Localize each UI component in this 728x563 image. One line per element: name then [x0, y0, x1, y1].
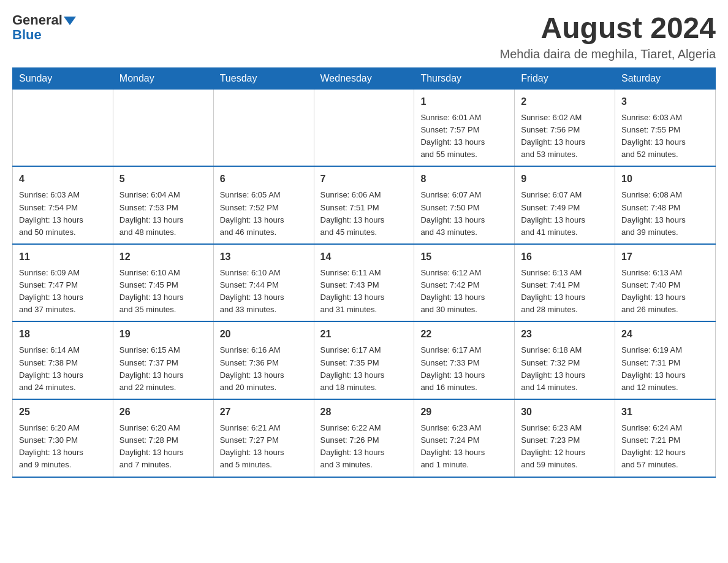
day-info: Sunrise: 6:19 AM Sunset: 7:31 PM Dayligh…: [621, 344, 709, 394]
day-number: 22: [420, 327, 508, 342]
day-info: Sunrise: 6:23 AM Sunset: 7:23 PM Dayligh…: [521, 422, 609, 472]
calendar-cell: 14Sunrise: 6:11 AM Sunset: 7:43 PM Dayli…: [314, 244, 414, 322]
header-right: August 2024 Mehdia daira de meghila, Tia…: [500, 12, 716, 61]
calendar-title: August 2024: [500, 12, 716, 45]
day-info: Sunrise: 6:04 AM Sunset: 7:53 PM Dayligh…: [119, 189, 207, 239]
day-info: Sunrise: 6:01 AM Sunset: 7:57 PM Dayligh…: [420, 112, 508, 161]
calendar-cell: 21Sunrise: 6:17 AM Sunset: 7:35 PM Dayli…: [314, 321, 414, 399]
calendar-cell: 28Sunrise: 6:22 AM Sunset: 7:26 PM Dayli…: [314, 399, 414, 477]
day-info: Sunrise: 6:09 AM Sunset: 7:47 PM Dayligh…: [19, 267, 107, 316]
day-info: Sunrise: 6:18 AM Sunset: 7:32 PM Dayligh…: [521, 344, 609, 394]
calendar-week-3: 11Sunrise: 6:09 AM Sunset: 7:47 PM Dayli…: [13, 244, 716, 322]
day-info: Sunrise: 6:11 AM Sunset: 7:43 PM Dayligh…: [320, 267, 408, 316]
day-info: Sunrise: 6:15 AM Sunset: 7:37 PM Dayligh…: [119, 344, 207, 394]
calendar-cell: 1Sunrise: 6:01 AM Sunset: 7:57 PM Daylig…: [414, 89, 515, 166]
day-number: 30: [521, 405, 609, 419]
day-number: 25: [19, 405, 107, 419]
calendar-cell: 10Sunrise: 6:08 AM Sunset: 7:48 PM Dayli…: [615, 166, 716, 244]
day-info: Sunrise: 6:17 AM Sunset: 7:35 PM Dayligh…: [320, 344, 408, 394]
day-info: Sunrise: 6:10 AM Sunset: 7:44 PM Dayligh…: [220, 267, 308, 316]
day-number: 8: [420, 172, 508, 186]
calendar-week-1: 1Sunrise: 6:01 AM Sunset: 7:57 PM Daylig…: [13, 89, 716, 166]
day-number: 10: [621, 172, 709, 186]
day-info: Sunrise: 6:24 AM Sunset: 7:21 PM Dayligh…: [621, 422, 709, 472]
day-info: Sunrise: 6:07 AM Sunset: 7:50 PM Dayligh…: [420, 189, 508, 239]
day-number: 18: [19, 327, 107, 342]
calendar-cell: 31Sunrise: 6:24 AM Sunset: 7:21 PM Dayli…: [615, 399, 716, 477]
day-info: Sunrise: 6:07 AM Sunset: 7:49 PM Dayligh…: [521, 189, 609, 239]
day-number: 31: [621, 405, 709, 419]
day-info: Sunrise: 6:13 AM Sunset: 7:41 PM Dayligh…: [521, 267, 609, 316]
header-day-friday: Friday: [515, 67, 615, 89]
calendar-week-2: 4Sunrise: 6:03 AM Sunset: 7:54 PM Daylig…: [13, 166, 716, 244]
logo-text: General: [12, 12, 76, 28]
calendar-cell: 23Sunrise: 6:18 AM Sunset: 7:32 PM Dayli…: [515, 321, 615, 399]
day-number: 23: [521, 327, 609, 342]
day-info: Sunrise: 6:03 AM Sunset: 7:54 PM Dayligh…: [19, 189, 107, 239]
header-day-thursday: Thursday: [414, 67, 515, 89]
day-info: Sunrise: 6:20 AM Sunset: 7:28 PM Dayligh…: [119, 422, 207, 472]
day-info: Sunrise: 6:08 AM Sunset: 7:48 PM Dayligh…: [621, 189, 709, 239]
calendar-week-4: 18Sunrise: 6:14 AM Sunset: 7:38 PM Dayli…: [13, 321, 716, 399]
day-info: Sunrise: 6:12 AM Sunset: 7:42 PM Dayligh…: [420, 267, 508, 316]
logo-general-text: General: [12, 12, 63, 28]
day-number: 13: [220, 250, 308, 264]
day-number: 9: [521, 172, 609, 186]
calendar-header-row: SundayMondayTuesdayWednesdayThursdayFrid…: [13, 67, 716, 89]
day-info: Sunrise: 6:03 AM Sunset: 7:55 PM Dayligh…: [621, 112, 709, 161]
header-day-wednesday: Wednesday: [314, 67, 414, 89]
day-number: 19: [119, 327, 207, 342]
logo-triangle-icon: [64, 17, 76, 25]
day-number: 28: [320, 405, 408, 419]
calendar-cell: 15Sunrise: 6:12 AM Sunset: 7:42 PM Dayli…: [414, 244, 515, 322]
day-number: 29: [420, 405, 508, 419]
day-info: Sunrise: 6:22 AM Sunset: 7:26 PM Dayligh…: [320, 422, 408, 472]
day-info: Sunrise: 6:05 AM Sunset: 7:52 PM Dayligh…: [220, 189, 308, 239]
calendar-cell: [113, 89, 213, 166]
calendar-cell: 2Sunrise: 6:02 AM Sunset: 7:56 PM Daylig…: [515, 89, 615, 166]
calendar-cell: 17Sunrise: 6:13 AM Sunset: 7:40 PM Dayli…: [615, 244, 716, 322]
calendar-cell: 11Sunrise: 6:09 AM Sunset: 7:47 PM Dayli…: [13, 244, 113, 322]
calendar-cell: 6Sunrise: 6:05 AM Sunset: 7:52 PM Daylig…: [213, 166, 314, 244]
day-number: 24: [621, 327, 709, 342]
calendar-cell: 8Sunrise: 6:07 AM Sunset: 7:50 PM Daylig…: [414, 166, 515, 244]
day-info: Sunrise: 6:23 AM Sunset: 7:24 PM Dayligh…: [420, 422, 508, 472]
calendar-cell: 24Sunrise: 6:19 AM Sunset: 7:31 PM Dayli…: [615, 321, 716, 399]
header-day-tuesday: Tuesday: [213, 67, 314, 89]
calendar-week-5: 25Sunrise: 6:20 AM Sunset: 7:30 PM Dayli…: [13, 399, 716, 477]
day-info: Sunrise: 6:06 AM Sunset: 7:51 PM Dayligh…: [320, 189, 408, 239]
calendar-cell: 29Sunrise: 6:23 AM Sunset: 7:24 PM Dayli…: [414, 399, 515, 477]
calendar-cell: 25Sunrise: 6:20 AM Sunset: 7:30 PM Dayli…: [13, 399, 113, 477]
header-day-saturday: Saturday: [615, 67, 716, 89]
calendar-subtitle: Mehdia daira de meghila, Tiaret, Algeria: [500, 47, 716, 61]
calendar-cell: 18Sunrise: 6:14 AM Sunset: 7:38 PM Dayli…: [13, 321, 113, 399]
day-number: 1: [420, 94, 508, 109]
logo-blue-text: Blue: [12, 27, 42, 42]
day-number: 11: [19, 250, 107, 264]
calendar-cell: [213, 89, 314, 166]
day-info: Sunrise: 6:21 AM Sunset: 7:27 PM Dayligh…: [220, 422, 308, 472]
day-number: 4: [19, 172, 107, 186]
day-number: 16: [521, 250, 609, 264]
calendar-cell: [13, 89, 113, 166]
day-number: 5: [119, 172, 207, 186]
day-info: Sunrise: 6:14 AM Sunset: 7:38 PM Dayligh…: [19, 344, 107, 394]
calendar-cell: 5Sunrise: 6:04 AM Sunset: 7:53 PM Daylig…: [113, 166, 213, 244]
day-number: 21: [320, 327, 408, 342]
header-day-sunday: Sunday: [13, 67, 113, 89]
day-number: 26: [119, 405, 207, 419]
page-header: General Blue August 2024 Mehdia daira de…: [12, 12, 716, 61]
day-info: Sunrise: 6:02 AM Sunset: 7:56 PM Dayligh…: [521, 112, 609, 161]
calendar-cell: 7Sunrise: 6:06 AM Sunset: 7:51 PM Daylig…: [314, 166, 414, 244]
calendar-cell: 13Sunrise: 6:10 AM Sunset: 7:44 PM Dayli…: [213, 244, 314, 322]
day-number: 15: [420, 250, 508, 264]
day-number: 14: [320, 250, 408, 264]
day-number: 20: [220, 327, 308, 342]
day-number: 27: [220, 405, 308, 419]
calendar-cell: 3Sunrise: 6:03 AM Sunset: 7:55 PM Daylig…: [615, 89, 716, 166]
calendar-table: SundayMondayTuesdayWednesdayThursdayFrid…: [12, 67, 716, 478]
day-number: 7: [320, 172, 408, 186]
calendar-cell: 20Sunrise: 6:16 AM Sunset: 7:36 PM Dayli…: [213, 321, 314, 399]
day-number: 12: [119, 250, 207, 264]
day-number: 17: [621, 250, 709, 264]
